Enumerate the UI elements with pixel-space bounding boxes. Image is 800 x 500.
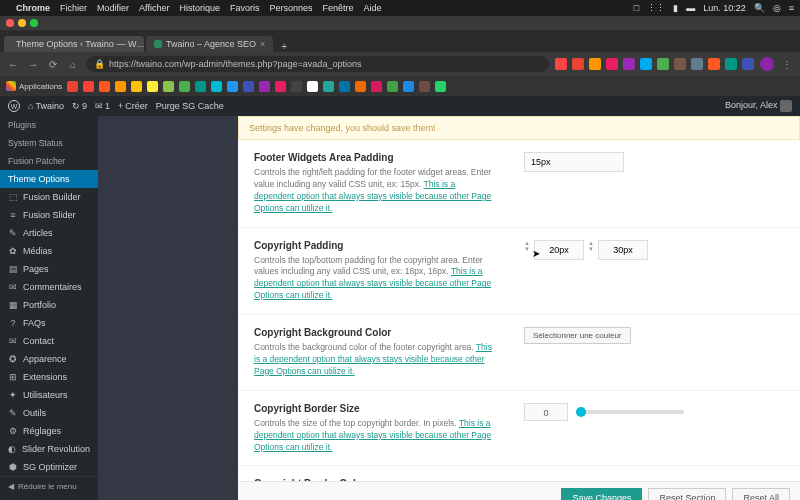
stepper-icon[interactable]: ▲▼ [524, 240, 530, 252]
bookmark-icon[interactable] [435, 81, 446, 92]
new-tab-button[interactable]: + [275, 41, 293, 52]
bookmark-icon[interactable] [275, 81, 286, 92]
siri-icon[interactable]: ◎ [773, 3, 781, 13]
padding-top-input[interactable] [534, 240, 584, 260]
menu-help[interactable]: Aide [364, 3, 382, 13]
sidebar-item[interactable]: ?FAQs [0, 314, 98, 332]
extension-icon[interactable] [708, 58, 720, 70]
sidebar-item[interactable]: ✎Articles [0, 224, 98, 242]
color-picker-button[interactable]: Sélectionner une couleur [524, 327, 631, 344]
text-input[interactable] [524, 152, 624, 172]
menu-people[interactable]: Personnes [269, 3, 312, 13]
back-button[interactable]: ← [6, 59, 20, 70]
bookmark-icon[interactable] [115, 81, 126, 92]
profile-icon[interactable] [760, 57, 774, 71]
bookmark-icon[interactable] [131, 81, 142, 92]
padding-bottom-input[interactable] [598, 240, 648, 260]
sidebar-subitem[interactable]: Fusion Patcher [0, 152, 98, 170]
bookmark-icon[interactable] [259, 81, 270, 92]
sidebar-subitem[interactable]: Plugins [0, 116, 98, 134]
bookmark-icon[interactable] [147, 81, 158, 92]
bookmark-icon[interactable] [307, 81, 318, 92]
site-link[interactable]: ⌂ Twaino [28, 101, 64, 111]
menu-icon[interactable]: ⋮ [780, 59, 794, 70]
bookmark-icon[interactable] [419, 81, 430, 92]
sidebar-subitem[interactable]: System Status [0, 134, 98, 152]
bookmark-icon[interactable] [211, 81, 222, 92]
sidebar-item-active[interactable]: Theme Options [0, 170, 98, 188]
help-link[interactable]: This is a dependent option that always s… [254, 418, 491, 452]
bookmark-icon[interactable] [179, 81, 190, 92]
url-input[interactable]: 🔒https://twaino.com/wp-admin/themes.php?… [86, 56, 549, 72]
sidebar-item[interactable]: ⬚Fusion Builder [0, 188, 98, 206]
extension-icon[interactable] [640, 58, 652, 70]
minimize-window[interactable] [18, 19, 26, 27]
menu-bookmarks[interactable]: Favoris [230, 3, 260, 13]
sidebar-item[interactable]: ◐Slider Revolution [0, 440, 98, 458]
bookmark-icon[interactable] [403, 81, 414, 92]
bookmark-icon[interactable] [195, 81, 206, 92]
menu-file[interactable]: Fichier [60, 3, 87, 13]
extension-icon[interactable] [742, 58, 754, 70]
bookmark-icon[interactable] [227, 81, 238, 92]
extension-icon[interactable] [555, 58, 567, 70]
app-name[interactable]: Chrome [16, 3, 50, 13]
wp-logo-icon[interactable]: W [8, 100, 20, 112]
collapse-menu[interactable]: ◀ Réduire le menu [0, 476, 98, 496]
bookmark-icon[interactable] [67, 81, 78, 92]
battery-icon[interactable]: ▮ [673, 3, 678, 13]
flag-icon[interactable]: ▬ [686, 3, 695, 13]
slider-track[interactable] [576, 410, 684, 414]
new-link[interactable]: + Créer [118, 101, 148, 111]
clock[interactable]: Lun. 10:22 [703, 3, 746, 13]
help-link[interactable]: This is a dependent option that always s… [254, 179, 491, 213]
comments-link[interactable]: ✉ 1 [95, 101, 110, 111]
menu-window[interactable]: Fenêtre [322, 3, 353, 13]
forward-button[interactable]: → [26, 59, 40, 70]
bookmark-icon[interactable] [83, 81, 94, 92]
help-link[interactable]: This is a dependent option that always s… [254, 342, 492, 376]
maximize-window[interactable] [30, 19, 38, 27]
search-icon[interactable]: 🔍 [754, 3, 765, 13]
tab-1[interactable]: Theme Options ‹ Twaino — W…× [4, 36, 144, 52]
extension-icon[interactable] [606, 58, 618, 70]
extension-icon[interactable] [572, 58, 584, 70]
close-icon[interactable]: × [260, 39, 265, 49]
screencast-icon[interactable]: □ [634, 3, 639, 13]
close-window[interactable] [6, 19, 14, 27]
sidebar-item[interactable]: ⊞Extensions [0, 368, 98, 386]
notifications-icon[interactable]: ≡ [789, 3, 794, 13]
bookmark-icon[interactable] [163, 81, 174, 92]
bookmark-icon[interactable] [291, 81, 302, 92]
sidebar-item[interactable]: ≡Fusion Slider [0, 206, 98, 224]
reset-all-button[interactable]: Reset All [732, 488, 790, 500]
save-button[interactable]: Save Changes [561, 488, 642, 500]
reset-section-button[interactable]: Reset Section [648, 488, 726, 500]
extension-icon[interactable] [725, 58, 737, 70]
wifi-icon[interactable]: ⋮⋮ [647, 3, 665, 13]
sidebar-item[interactable]: ⚙Réglages [0, 422, 98, 440]
menu-history[interactable]: Historique [179, 3, 220, 13]
extension-icon[interactable] [657, 58, 669, 70]
bookmark-icon[interactable] [339, 81, 350, 92]
bookmark-icon[interactable] [355, 81, 366, 92]
reload-button[interactable]: ⟳ [46, 59, 60, 70]
sidebar-item[interactable]: ✦Utilisateurs [0, 386, 98, 404]
bookmark-icon[interactable] [323, 81, 334, 92]
sidebar-item[interactable]: ✿Médias [0, 242, 98, 260]
sidebar-item[interactable]: ✪Apparence [0, 350, 98, 368]
extension-icon[interactable] [589, 58, 601, 70]
sidebar-item[interactable]: ✎Outils [0, 404, 98, 422]
stepper-icon[interactable]: ▲▼ [588, 240, 594, 252]
help-link[interactable]: This is a dependent option that always s… [254, 266, 491, 300]
apps-shortcut[interactable]: Applications [6, 81, 62, 91]
extension-icon[interactable] [691, 58, 703, 70]
extension-icon[interactable] [674, 58, 686, 70]
purge-cache[interactable]: Purge SG Cache [156, 101, 224, 111]
bookmark-icon[interactable] [371, 81, 382, 92]
greeting[interactable]: Bonjour, Alex [725, 100, 792, 112]
slider-value[interactable]: 0 [524, 403, 568, 421]
extension-icon[interactable] [623, 58, 635, 70]
sidebar-item[interactable]: ✉Commentaires [0, 278, 98, 296]
updates-link[interactable]: ↻ 9 [72, 101, 87, 111]
